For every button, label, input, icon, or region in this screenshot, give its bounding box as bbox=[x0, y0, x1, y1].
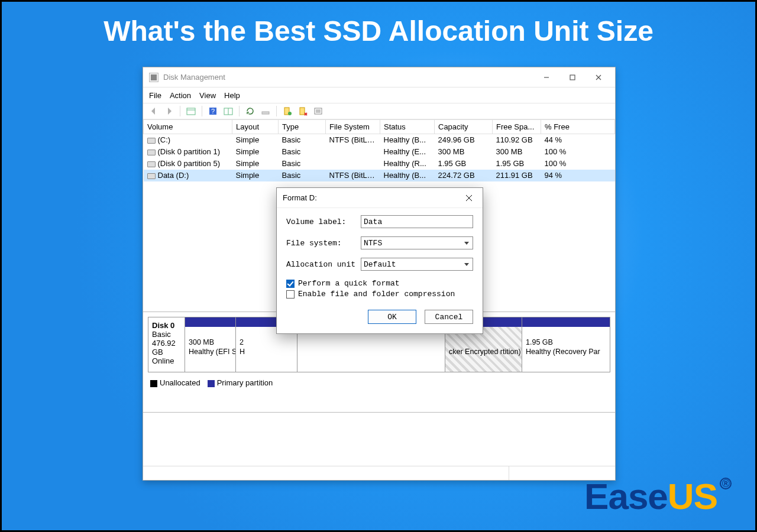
partition-block[interactable]: 1.95 GBHealthy (Recovery Par bbox=[522, 317, 610, 372]
menu-view[interactable]: View bbox=[199, 91, 216, 100]
dialog-titlebar: Format D: bbox=[277, 188, 483, 208]
quick-format-checkbox[interactable]: Perform a quick format bbox=[286, 279, 473, 288]
disk-type: Basic bbox=[152, 330, 181, 339]
ok-button[interactable]: OK bbox=[368, 310, 416, 324]
legend-bar: Unallocated Primary partition bbox=[148, 372, 610, 387]
window-titlebar: Disk Management bbox=[143, 67, 615, 87]
cancel-button[interactable]: Cancel bbox=[425, 310, 473, 324]
status-bar bbox=[143, 466, 615, 480]
svg-text:?: ? bbox=[211, 108, 215, 115]
eject-icon[interactable] bbox=[260, 105, 271, 117]
table-row[interactable]: (C:)SimpleBasicNTFS (BitLo...Healthy (B.… bbox=[144, 134, 615, 146]
partition-block[interactable]: 300 MBHealthy (EFI Sys bbox=[185, 317, 236, 372]
table-row[interactable]: Data (D:)SimpleBasicNTFS (BitLo...Health… bbox=[144, 170, 615, 181]
disk-name: Disk 0 bbox=[152, 321, 181, 330]
compression-label: Enable file and folder compression bbox=[298, 290, 455, 299]
file-system-label: File system: bbox=[286, 239, 361, 248]
drive-icon bbox=[147, 150, 156, 155]
drive-icon bbox=[147, 173, 156, 179]
col-free[interactable]: Free Spa... bbox=[493, 120, 541, 134]
svg-rect-13 bbox=[300, 108, 305, 115]
dialog-close-button[interactable] bbox=[461, 190, 477, 206]
properties-icon[interactable] bbox=[312, 105, 324, 117]
disk-state: Online bbox=[152, 356, 181, 365]
page-title: What's the Best SSD Allocation Unit Size bbox=[2, 2, 755, 52]
col-pct[interactable]: % Free bbox=[541, 120, 615, 134]
menu-bar: File Action View Help bbox=[143, 87, 615, 103]
compression-checkbox[interactable]: Enable file and folder compression bbox=[286, 290, 473, 299]
disk-info[interactable]: Disk 0 Basic 476.92 GB Online bbox=[148, 317, 185, 372]
drive-icon bbox=[147, 161, 156, 167]
table-row[interactable]: (Disk 0 partition 1)SimpleBasicHealthy (… bbox=[144, 146, 615, 158]
app-icon bbox=[149, 73, 158, 82]
menu-action[interactable]: Action bbox=[170, 91, 191, 100]
table-row[interactable]: (Disk 0 partition 5)SimpleBasicHealthy (… bbox=[144, 158, 615, 170]
col-layout[interactable]: Layout bbox=[232, 120, 279, 134]
grid-icon[interactable] bbox=[222, 105, 234, 117]
maximize-button[interactable] bbox=[559, 69, 585, 86]
empty-area bbox=[143, 413, 615, 466]
window-title: Disk Management bbox=[163, 73, 225, 82]
refresh-icon[interactable] bbox=[244, 105, 256, 117]
back-icon[interactable] bbox=[148, 105, 160, 117]
volume-table: Volume Layout Type File System Status Ca… bbox=[143, 119, 615, 181]
menu-file[interactable]: File bbox=[149, 91, 161, 100]
allocation-unit-select[interactable]: Default bbox=[361, 258, 473, 271]
checkbox-icon bbox=[286, 290, 295, 299]
table-header-row: Volume Layout Type File System Status Ca… bbox=[144, 120, 615, 134]
dialog-title: Format D: bbox=[283, 193, 317, 202]
volume-label-input[interactable]: Data bbox=[361, 215, 473, 228]
new-icon[interactable] bbox=[282, 105, 293, 117]
col-fs[interactable]: File System bbox=[326, 120, 380, 134]
help-icon[interactable]: ? bbox=[207, 105, 219, 117]
format-dialog: Format D: Volume label: Data File system… bbox=[276, 187, 483, 334]
col-capacity[interactable]: Capacity bbox=[435, 120, 493, 134]
disk-size: 476.92 GB bbox=[152, 339, 181, 356]
svg-rect-1 bbox=[570, 75, 575, 80]
minimize-button[interactable] bbox=[533, 69, 559, 86]
svg-rect-10 bbox=[262, 112, 269, 114]
legend-unallocated: Unallocated bbox=[150, 378, 200, 387]
easeus-logo: EaseUS® bbox=[584, 475, 732, 517]
file-system-select[interactable]: NTFS bbox=[361, 236, 473, 249]
allocation-unit-label: Allocation unit bbox=[286, 260, 361, 269]
col-type[interactable]: Type bbox=[279, 120, 326, 134]
drive-icon bbox=[147, 138, 156, 144]
legend-primary: Primary partition bbox=[208, 378, 273, 387]
col-status[interactable]: Status bbox=[380, 120, 435, 134]
calendar-icon[interactable] bbox=[185, 105, 197, 117]
toolbar: ? bbox=[143, 103, 615, 119]
volume-label-label: Volume label: bbox=[286, 218, 361, 226]
col-volume[interactable]: Volume bbox=[144, 120, 232, 134]
menu-help[interactable]: Help bbox=[224, 91, 240, 100]
checkbox-icon bbox=[286, 280, 295, 288]
close-button[interactable] bbox=[585, 69, 612, 86]
svg-point-12 bbox=[288, 112, 292, 115]
delete-icon[interactable] bbox=[297, 105, 309, 117]
quick-format-label: Perform a quick format bbox=[298, 279, 400, 288]
svg-rect-4 bbox=[187, 108, 195, 115]
forward-icon[interactable] bbox=[163, 105, 175, 117]
